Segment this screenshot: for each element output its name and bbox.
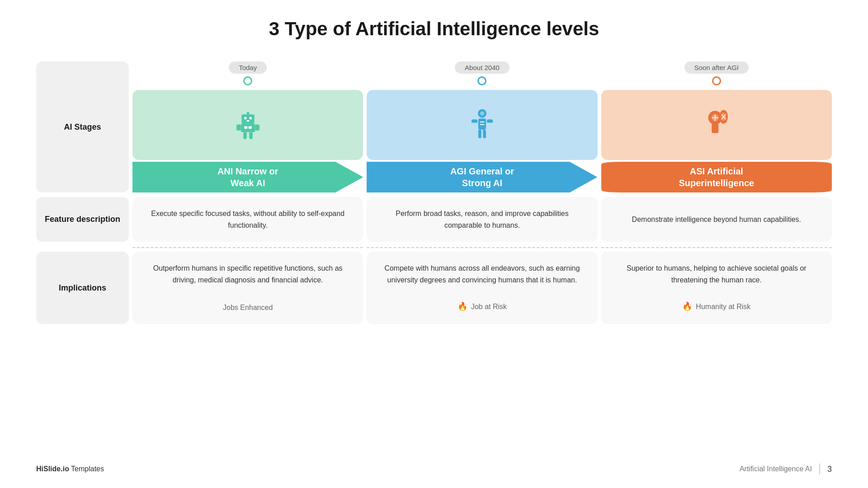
svg-rect-4 — [241, 124, 255, 132]
footer: HiSlide.io Templates Artificial Intellig… — [36, 456, 832, 474]
footer-ai-label: Artificial Intelligence AI — [740, 465, 812, 473]
agi-stage-area: About 2040 — [367, 61, 597, 192]
ani-label-text: ANI Narrow orWeak AI — [217, 165, 278, 189]
divider-line-3 — [601, 247, 832, 248]
asi-timeline-top: Soon after AGI — [601, 61, 832, 87]
ani-risk-badge: Jobs Enhanced — [223, 302, 273, 314]
ani-robot-icon — [229, 106, 267, 144]
asi-stage-area: Soon after AGI — [601, 61, 832, 192]
feature-agi: Perform broad tasks, reason, and improve… — [367, 197, 597, 242]
svg-rect-7 — [243, 132, 247, 139]
agi-implication-text: Compete with humans across all endeavors… — [379, 263, 585, 286]
svg-point-1 — [244, 117, 247, 120]
implications-columns: Outperform humans in specific repetitive… — [132, 252, 832, 324]
feature-row: Feature description Execute specific foc… — [36, 197, 832, 242]
agi-timeline-top: About 2040 — [367, 61, 597, 87]
feature-asi: Demonstrate intelligence beyond human ca… — [601, 197, 832, 242]
agi-dot — [477, 76, 486, 85]
ani-timeline-label: Today — [229, 61, 267, 74]
asi-risk-badge: 🔥 Humanity at Risk — [682, 300, 750, 313]
svg-rect-10 — [244, 126, 248, 129]
feature-ani: Execute specific focused tasks, without … — [132, 197, 363, 242]
svg-point-2 — [249, 117, 252, 120]
main-layout: AI Stages Today — [36, 61, 832, 324]
ani-implication-text: Outperform humans in specific repetitive… — [145, 263, 350, 286]
svg-rect-17 — [478, 130, 481, 138]
agi-risk-badge: 🔥 Job at Risk — [458, 300, 507, 313]
asi-chevron-label: ASI ArtificialSuperintelligence — [601, 162, 832, 192]
svg-rect-0 — [241, 114, 254, 124]
ani-implication-top: Outperform humans in specific repetitive… — [145, 263, 350, 298]
brand-name: HiSlide.io — [36, 465, 69, 473]
svg-rect-15 — [472, 119, 477, 123]
svg-rect-5 — [236, 125, 241, 131]
ani-stage-area: Today — [132, 61, 363, 192]
implications-label: Implications — [36, 252, 129, 324]
agi-implication-top: Compete with humans across all endeavors… — [379, 263, 585, 296]
implication-ani: Outperform humans in specific repetitive… — [132, 252, 363, 324]
svg-rect-9 — [246, 112, 249, 115]
agi-figure-icon — [463, 106, 501, 144]
stages-columns: Today — [132, 61, 832, 192]
svg-rect-18 — [483, 130, 486, 138]
svg-rect-3 — [246, 120, 249, 122]
brand-suffix: Templates — [69, 465, 104, 473]
asi-implication-text: Superior to humans, helping to achieve s… — [614, 263, 819, 286]
ai-stages-row: AI Stages Today — [36, 61, 832, 192]
svg-rect-24 — [712, 124, 718, 133]
asi-dot — [712, 76, 721, 85]
svg-rect-11 — [248, 126, 252, 129]
implication-asi: Superior to humans, helping to achieve s… — [601, 252, 832, 324]
ani-dot — [243, 76, 252, 85]
svg-rect-6 — [255, 125, 259, 131]
feature-label: Feature description — [36, 197, 129, 242]
ani-timeline-top: Today — [132, 61, 363, 87]
footer-brand: HiSlide.io Templates — [36, 465, 104, 473]
feature-columns: Execute specific focused tasks, without … — [132, 197, 832, 242]
divider-spacer — [36, 244, 129, 248]
implication-agi: Compete with humans across all endeavors… — [367, 252, 597, 324]
divider-line-2 — [367, 247, 597, 248]
svg-rect-16 — [487, 119, 493, 123]
svg-point-21 — [480, 111, 484, 115]
asi-risk-label: Humanity at Risk — [696, 301, 750, 313]
agi-timeline-label: About 2040 — [455, 61, 509, 74]
dashed-divider — [36, 244, 832, 248]
footer-divider — [819, 464, 820, 474]
asi-brain-icon — [697, 106, 736, 144]
ani-chevron-label: ANI Narrow orWeak AI — [132, 162, 363, 192]
fire-icon-asi: 🔥 — [682, 300, 692, 313]
divider-line-1 — [132, 247, 363, 248]
agi-label-text: AGI General orStrong AI — [450, 165, 514, 189]
asi-label-text: ASI ArtificialSuperintelligence — [679, 165, 754, 189]
agi-icon-card — [367, 90, 597, 160]
agi-risk-label: Job at Risk — [471, 301, 507, 313]
asi-timeline-label: Soon after AGI — [684, 61, 749, 74]
asi-implication-top: Superior to humans, helping to achieve s… — [614, 263, 819, 296]
agi-chevron-label: AGI General orStrong AI — [367, 162, 597, 192]
ani-icon-card — [132, 90, 363, 160]
fire-icon-agi: 🔥 — [458, 300, 467, 313]
asi-icon-card — [601, 90, 832, 160]
page-number: 3 — [827, 465, 832, 474]
implications-row: Implications Outperform humans in specif… — [36, 252, 832, 324]
footer-right: Artificial Intelligence AI 3 — [740, 464, 832, 474]
svg-rect-8 — [249, 132, 253, 139]
ai-stages-label: AI Stages — [36, 61, 129, 192]
page-title: 3 Type of Artificial Intelligence levels — [269, 18, 599, 40]
ani-risk-label: Jobs Enhanced — [223, 302, 273, 314]
